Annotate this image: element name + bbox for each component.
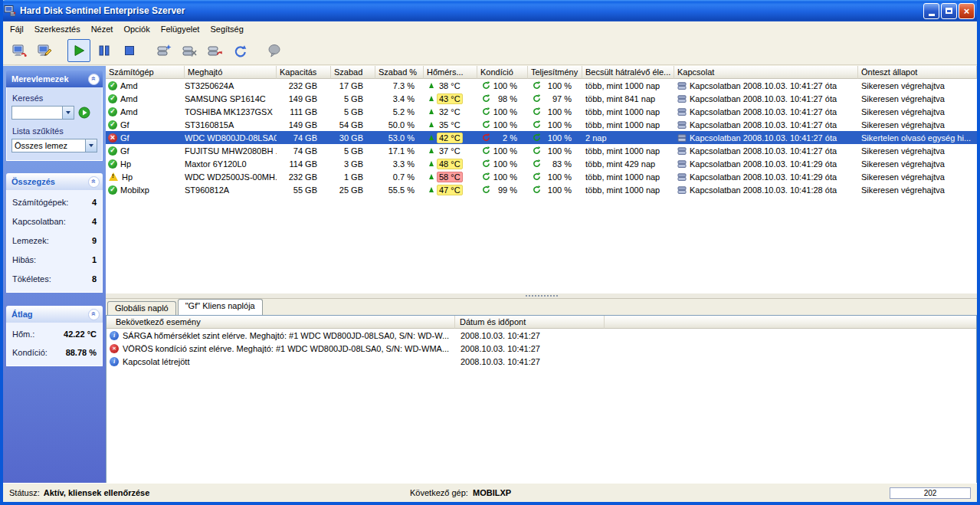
temperature-trend-up-icon [429, 135, 434, 140]
temperature-value: 43 °C [437, 93, 463, 104]
list-filter-select[interactable]: Összes lemez [11, 139, 97, 152]
log-tab[interactable]: "Gf" Kliens naplója [178, 299, 263, 315]
disk-table-row[interactable]: Amd SAMSUNG SP1614C 149 GB 5 GB 3.4 % 43… [106, 92, 977, 105]
start-monitoring-button[interactable] [67, 39, 90, 62]
disk-table-row[interactable]: Amd ST3250624A 232 GB 17 GB 7.3 % 38 °C [106, 79, 977, 92]
column-header[interactable]: Meghajtó [185, 66, 277, 79]
computer-name: Hp [122, 172, 133, 182]
close-button[interactable]: × [959, 3, 975, 19]
maximize-icon [946, 8, 952, 14]
drive-model: ST3160815A [185, 118, 277, 131]
column-header[interactable]: Kondíció [477, 66, 528, 79]
drive-model: FUJITSU MHW2080BH ... [185, 144, 277, 157]
column-header[interactable]: Szabad [331, 66, 375, 79]
disk-table-row[interactable]: Mobilxp ST960812A 55 GB 25 GB 55.5 % 47 … [106, 183, 977, 196]
connection-status: Kapcsolatban 2008.10.03. 10:41:28 óta [690, 185, 837, 195]
summary-header-label: Összegzés [11, 177, 55, 186]
window-title: Hard Disk Sentinel Enterprise Szerver [20, 5, 923, 16]
search-input[interactable] [12, 107, 62, 119]
edit-computer-button[interactable] [33, 39, 56, 62]
collapse-chevron-icon[interactable]: » [88, 74, 100, 85]
disk-table-row[interactable]: Gf ST3160815A 149 GB 54 GB 50.0 % 35 °C [106, 118, 977, 131]
stat-value: 4 [92, 198, 97, 207]
connection-status: Kapcsolatban 2008.10.03. 10:41:27 óta [690, 146, 837, 156]
disk-table-row[interactable]: Gf WDC WD800JD-08LSA0 74 GB 30 GB 53.0 %… [106, 131, 977, 144]
connection-status: Kapcsolatban 2008.10.03. 10:41:27 óta [690, 94, 837, 103]
chevron-down-icon[interactable] [85, 139, 97, 152]
menu-item[interactable]: Szerkesztés [29, 23, 86, 35]
log-tab[interactable]: Globális napló [107, 301, 176, 315]
log-row[interactable]: i × VÖRÖS kondíció szint elérve. Meghajt… [107, 342, 976, 355]
menu-item[interactable]: Felügyelet [156, 23, 205, 35]
remote-disk-icon [677, 159, 687, 169]
disk-table-row[interactable]: Hp Maxtor 6Y120L0 114 GB 3 GB 3.3 % 48 °… [106, 157, 977, 170]
splitter-grip-icon[interactable] [525, 294, 559, 297]
menu-item[interactable]: Nézet [86, 23, 119, 35]
column-header[interactable]: Önteszt állapot [858, 66, 977, 79]
column-header[interactable]: Hőmérs... [424, 66, 477, 79]
log-column-header-event[interactable]: Bekövetkező esemény [107, 316, 455, 329]
condition-status-icon [482, 133, 490, 142]
menu-item[interactable]: Opciók [118, 23, 155, 35]
menu-item[interactable]: Segítség [205, 23, 248, 35]
free-percent-value: 3.4 % [375, 92, 424, 105]
log-column-header-datetime[interactable]: Dátum és időpont [455, 316, 605, 329]
condition-value: 100 % [490, 81, 528, 90]
ok-status-icon [108, 185, 117, 195]
lifetime-estimate: 2 nap [582, 131, 674, 144]
search-go-button[interactable] [78, 107, 90, 119]
disk-table-row[interactable]: Hp WDC WD2500JS-00MH... 232 GB 1 GB 0.7 … [106, 170, 977, 183]
sidebar: Merevlemezek » Keresés [3, 66, 106, 484]
disk-table-row[interactable]: Gf FUJITSU MHW2080BH ... 74 GB 5 GB 17.1… [106, 144, 977, 157]
column-header[interactable]: Teljesítmény [528, 66, 582, 79]
connect-computer-button[interactable] [8, 39, 31, 62]
disk-restore-button[interactable] [203, 39, 226, 62]
collapse-chevron-icon[interactable]: » [88, 309, 100, 320]
sidebar-header-average[interactable]: Átlag » [6, 306, 103, 323]
log-tabs: Globális napló"Gf" Kliens naplója [106, 299, 977, 315]
performance-status-icon [533, 81, 541, 90]
chevron-down-icon[interactable] [62, 107, 74, 119]
disk-sparkle-icon [156, 43, 172, 58]
capacity-value: 114 GB [277, 157, 331, 170]
condition-value: 98 % [490, 94, 528, 103]
temperature-trend-up-icon [429, 83, 434, 88]
collapse-chevron-icon[interactable]: » [88, 176, 100, 188]
sidebar-header-hard-disks[interactable]: Merevlemezek » [6, 71, 103, 87]
refresh-button[interactable] [228, 39, 251, 62]
balloon-button[interactable] [263, 39, 286, 62]
selftest-status: Sikeresen végrehajtva [858, 92, 977, 105]
disk-sparkle-button[interactable] [152, 39, 175, 62]
capacity-value: 74 GB [277, 144, 331, 157]
column-header[interactable]: Kapcsolat [674, 66, 858, 79]
condition-value: 100 % [490, 120, 528, 130]
next-machine-value: MOBILXP [473, 488, 511, 497]
performance-value: 100 % [541, 185, 582, 195]
stop-monitoring-button[interactable] [118, 39, 141, 62]
sidebar-header-summary[interactable]: Összegzés » [6, 173, 103, 190]
log-row[interactable]: i × SÁRGA hőmérséklet szint elérve. Megh… [107, 329, 976, 342]
splitter[interactable] [106, 293, 977, 299]
log-row[interactable]: i × Kapcsolat létrejött 2008.10.03. 10:4… [107, 355, 976, 368]
maximize-button[interactable] [941, 3, 957, 19]
disk-table-header: SzámítógépMeghajtóKapacitásSzabadSzabad … [106, 66, 977, 79]
column-header[interactable]: Kapacitás [277, 66, 331, 79]
computer-name: Amd [120, 94, 138, 103]
selftest-status: Sikeresen végrehajtva [858, 170, 977, 183]
average-header-label: Átlag [11, 310, 33, 319]
minimize-button[interactable] [923, 3, 939, 19]
stat-value: 42.22 °C [64, 330, 97, 339]
disk-tools-button[interactable] [178, 39, 201, 62]
lifetime-estimate: több, mint 1000 nap [582, 105, 674, 118]
column-header[interactable]: Szabad % [375, 66, 424, 79]
average-stat-row: Kondíció: 88.78 % [7, 343, 102, 362]
search-combobox[interactable] [11, 106, 74, 120]
pause-monitoring-button[interactable] [93, 39, 116, 62]
column-header[interactable]: Számítógép [106, 66, 185, 79]
disk-table-row[interactable]: Amd TOSHIBA MK1237GSX 111 GB 5 GB 5.2 % … [106, 105, 977, 118]
menu-item[interactable]: Fájl [5, 23, 29, 35]
column-header[interactable]: Becsült hátralévő éle... [582, 66, 674, 79]
free-percent-value: 50.0 % [375, 118, 424, 131]
performance-status-icon [533, 185, 541, 194]
summary-body: Számítógépek: 4 Kapcsolatban: 4 Lemezek:… [6, 190, 103, 293]
